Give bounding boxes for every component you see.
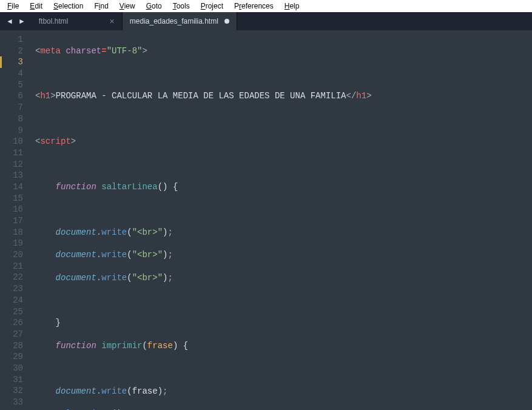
line-number: 26 — [0, 317, 23, 329]
nav-back-icon[interactable]: ◄ — [6, 17, 13, 25]
line-number: 6 — [0, 90, 23, 102]
line-number: 8 — [0, 113, 23, 125]
code-line[interactable] — [35, 113, 532, 125]
code-line[interactable]: document.write("<br>"); — [35, 272, 532, 284]
menu-bar: File Edit Selection Find View Goto Tools… — [0, 0, 532, 12]
line-number: 11 — [0, 147, 23, 159]
tab-strip: ◄ ► ftbol.html × media_edades_familia.ht… — [0, 12, 532, 30]
code-line[interactable]: } — [35, 317, 532, 329]
menu-find[interactable]: Find — [89, 1, 113, 12]
line-number: 17 — [0, 215, 23, 227]
close-icon[interactable]: × — [110, 16, 115, 26]
line-number: 19 — [0, 238, 23, 249]
line-number: 18 — [0, 227, 23, 238]
line-number: 22 — [0, 272, 23, 283]
menu-view[interactable]: View — [115, 1, 140, 12]
line-number: 3 — [0, 56, 23, 68]
nav-forward-icon[interactable]: ► — [18, 17, 25, 25]
code-line[interactable]: <script> — [35, 136, 532, 147]
line-number: 20 — [0, 249, 23, 261]
tab-label: ftbol.html — [39, 17, 69, 25]
code-line[interactable] — [35, 159, 532, 170]
line-number: 2 — [0, 45, 23, 57]
line-number: 24 — [0, 295, 23, 306]
code-line[interactable] — [35, 363, 532, 374]
code-line[interactable]: document.write(frase); — [35, 386, 532, 397]
line-number: 16 — [0, 204, 23, 215]
line-number: 5 — [0, 79, 23, 91]
line-number: 31 — [0, 374, 23, 386]
line-number: 30 — [0, 363, 23, 374]
code-line[interactable] — [35, 68, 532, 79]
code-area[interactable]: <meta charset="UTF-8"> <h1>PROGRAMA - CA… — [29, 30, 532, 410]
line-number: 10 — [0, 136, 23, 147]
code-line[interactable]: <h1>PROGRAMA - CALCULAR LA MEDIA DE LAS … — [35, 90, 532, 102]
line-number: 29 — [0, 351, 23, 363]
menu-preferences[interactable]: Preferences — [229, 1, 278, 12]
code-line[interactable] — [35, 204, 532, 215]
tab-label: media_edades_familia.html — [130, 17, 218, 25]
line-number: 13 — [0, 170, 23, 181]
line-number: 7 — [0, 102, 23, 113]
tab-ftbol[interactable]: ftbol.html × — [32, 12, 123, 30]
code-editor[interactable]: 1 2 3 4 5 6 7 8 9 10 11 12 13 14 15 16 1… — [0, 30, 532, 410]
line-number: 4 — [0, 68, 23, 79]
line-number: 15 — [0, 193, 23, 204]
menu-edit[interactable]: Edit — [25, 1, 47, 12]
line-number: 32 — [0, 385, 23, 397]
menu-project[interactable]: Project — [196, 1, 228, 12]
menu-file[interactable]: File — [2, 1, 24, 12]
code-line[interactable]: function imprimir(frase) { — [35, 340, 532, 352]
menu-selection[interactable]: Selection — [49, 1, 88, 12]
tab-media-edades[interactable]: media_edades_familia.html — [123, 12, 237, 30]
code-line[interactable]: <meta charset="UTF-8"> — [35, 45, 532, 57]
line-number: 1 — [0, 34, 23, 45]
menu-help[interactable]: Help — [280, 1, 305, 12]
line-number: 21 — [0, 261, 23, 272]
line-number: 12 — [0, 159, 23, 170]
dirty-indicator-icon — [224, 19, 229, 24]
line-gutter: 1 2 3 4 5 6 7 8 9 10 11 12 13 14 15 16 1… — [0, 30, 29, 410]
code-line[interactable] — [35, 295, 532, 306]
line-number: 27 — [0, 329, 23, 340]
menu-tools[interactable]: Tools — [168, 1, 195, 12]
line-number: 9 — [0, 125, 23, 136]
line-number: 28 — [0, 340, 23, 352]
line-number: 33 — [0, 397, 23, 408]
code-line[interactable]: document.write("<br>"); — [35, 249, 532, 261]
line-number: 25 — [0, 306, 23, 318]
code-line[interactable]: document.write("<br>"); — [35, 227, 532, 238]
menu-goto[interactable]: Goto — [141, 1, 167, 12]
code-line[interactable]: function saltarLinea() { — [35, 181, 532, 193]
line-number: 23 — [0, 283, 23, 295]
line-number: 14 — [0, 181, 23, 193]
